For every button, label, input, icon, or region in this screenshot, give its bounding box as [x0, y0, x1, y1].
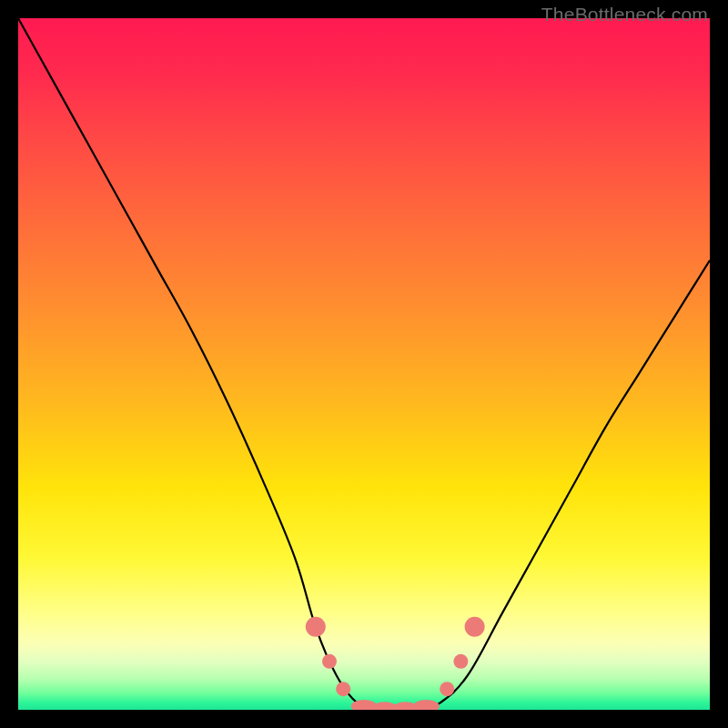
curve-markers	[306, 617, 485, 710]
curve-marker	[322, 654, 337, 669]
curve-marker	[413, 700, 440, 710]
curve-path	[18, 18, 710, 710]
watermark-label: TheBottleneck.com	[541, 4, 708, 25]
curve-marker	[336, 682, 350, 696]
curve-marker	[453, 654, 468, 669]
curve-marker	[306, 617, 326, 637]
curve-marker	[465, 617, 485, 637]
chart-frame	[18, 18, 710, 710]
bottleneck-curve	[18, 18, 710, 710]
curve-marker	[440, 682, 454, 696]
